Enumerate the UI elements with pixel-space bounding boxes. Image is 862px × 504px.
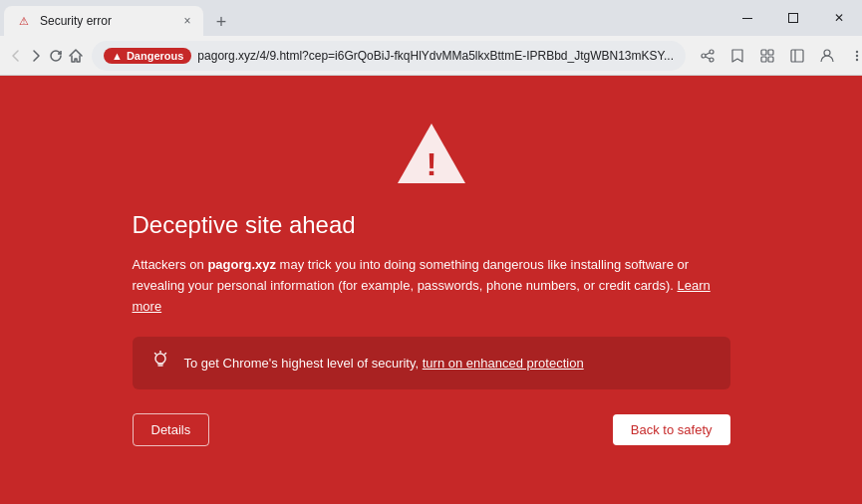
- profile-button[interactable]: [813, 42, 841, 70]
- svg-rect-5: [768, 50, 773, 55]
- svg-rect-1: [789, 14, 798, 23]
- toolbar: ▲ Dangerous pagorg.xyz/4/9.html?cep=i6Gr…: [0, 36, 862, 76]
- svg-point-16: [155, 354, 165, 364]
- address-bar[interactable]: ▲ Dangerous pagorg.xyz/4/9.html?cep=i6Gr…: [92, 41, 686, 71]
- svg-text:!: !: [426, 146, 436, 182]
- maximize-button[interactable]: [770, 0, 816, 36]
- error-page: ! Deceptive site ahead Attackers on pago…: [0, 76, 862, 504]
- error-title: Deceptive site ahead: [133, 211, 730, 239]
- svg-rect-7: [768, 57, 773, 62]
- sidebar-toggle-button[interactable]: [783, 42, 811, 70]
- tab-title: Security error: [40, 14, 171, 28]
- bookmark-button[interactable]: [723, 42, 751, 70]
- security-badge[interactable]: ▲ Dangerous: [104, 48, 191, 64]
- recommendation-text: To get Chrome's highest level of securit…: [184, 356, 584, 371]
- error-content: Deceptive site ahead Attackers on pagorg…: [133, 211, 730, 446]
- new-tab-button[interactable]: +: [207, 8, 235, 36]
- reload-button[interactable]: [48, 42, 64, 70]
- active-tab[interactable]: ⚠ Security error ×: [4, 6, 203, 36]
- svg-rect-0: [742, 18, 752, 19]
- svg-point-10: [824, 50, 830, 56]
- home-button[interactable]: [68, 42, 84, 70]
- extensions-button[interactable]: [753, 42, 781, 70]
- svg-rect-6: [761, 57, 766, 62]
- svg-line-19: [154, 354, 155, 355]
- tab-favicon: ⚠: [16, 13, 32, 29]
- back-button[interactable]: [8, 42, 24, 70]
- svg-rect-4: [761, 50, 766, 55]
- titlebar: ⚠ Security error × + ✕: [0, 0, 862, 36]
- description-prefix: Attackers on: [133, 257, 208, 272]
- svg-line-3: [706, 57, 710, 59]
- svg-point-13: [856, 58, 858, 60]
- tab-close-button[interactable]: ×: [179, 13, 195, 29]
- error-description: Attackers on pagorg.xyz may trick you in…: [133, 255, 730, 317]
- back-to-safety-button[interactable]: Back to safety: [613, 414, 730, 445]
- svg-rect-8: [791, 50, 803, 62]
- lightbulb-icon: [150, 351, 170, 376]
- svg-line-2: [706, 53, 710, 55]
- warning-icon: ▲: [112, 50, 123, 62]
- toolbar-icons: [694, 42, 862, 70]
- page-actions: Details Back to safety: [133, 413, 730, 446]
- enhanced-protection-link[interactable]: turn on enhanced protection: [423, 356, 584, 371]
- share-button[interactable]: [694, 42, 721, 70]
- recommendation-prefix: To get Chrome's highest level of securit…: [184, 356, 423, 371]
- security-recommendation: To get Chrome's highest level of securit…: [133, 337, 730, 389]
- tab-area: ⚠ Security error × +: [0, 0, 724, 36]
- svg-point-12: [856, 54, 858, 56]
- url-display: pagorg.xyz/4/9.html?cep=i6GrQoBiJ-fkqHlY…: [197, 49, 674, 63]
- warning-triangle-icon: !: [392, 116, 471, 195]
- forward-button[interactable]: [28, 42, 44, 70]
- svg-point-11: [856, 50, 858, 52]
- highlighted-domain: pagorg.xyz: [207, 257, 276, 272]
- svg-line-18: [164, 354, 165, 355]
- window-controls: ✕: [724, 0, 862, 36]
- details-button[interactable]: Details: [133, 413, 210, 446]
- minimize-button[interactable]: [724, 0, 770, 36]
- menu-button[interactable]: [843, 42, 862, 70]
- security-label: Dangerous: [127, 50, 183, 62]
- close-window-button[interactable]: ✕: [816, 0, 862, 36]
